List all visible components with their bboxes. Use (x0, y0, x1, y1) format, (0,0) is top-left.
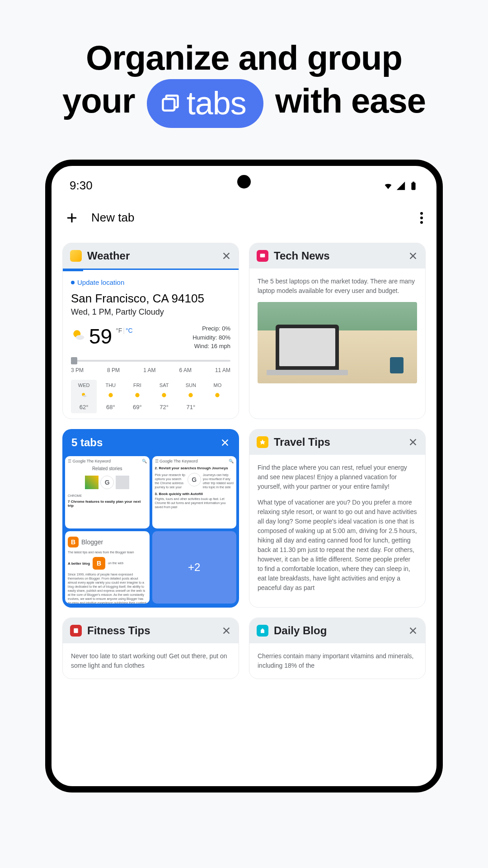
svg-point-11 (135, 393, 139, 397)
tech-favicon-icon (257, 250, 268, 262)
weather-favicon-icon (70, 250, 82, 262)
close-tab-button[interactable] (408, 437, 418, 447)
weather-details: Precip: 0% Humidity: 80% Wind: 16 mph (192, 324, 230, 351)
toolbar-title: New tab (91, 211, 134, 225)
svg-rect-0 (163, 99, 174, 111)
fitness-favicon-icon (70, 625, 82, 637)
svg-point-13 (189, 393, 193, 397)
tab-title: Weather (87, 250, 216, 262)
signal-icon (396, 181, 406, 191)
close-tab-button[interactable] (408, 626, 418, 636)
tab-title: Daily Blog (274, 624, 403, 637)
close-tab-button[interactable] (408, 251, 418, 261)
tab-travel-tips[interactable]: Travel Tips Find the place where you can… (249, 429, 426, 608)
laptop-image (258, 302, 417, 383)
unit-toggle[interactable]: °F|°C (116, 327, 133, 334)
tab-tech-news[interactable]: Tech News The 5 best laptops on the mark… (249, 243, 426, 419)
tabs-grid: Weather Update location San Francisco, C… (52, 236, 436, 686)
weather-subtitle: Wed, 1 PM, Partly Cloudy (71, 307, 230, 317)
new-tab-button[interactable] (65, 211, 79, 225)
pill-label: tabs (187, 83, 246, 123)
travel-p1: Find the place where you can rest, refue… (258, 463, 417, 491)
current-temp: 59 (89, 324, 112, 349)
tech-body-text: The 5 best laptops on the market today. … (258, 277, 417, 296)
tab-title: Tech News (274, 250, 403, 262)
update-location-link[interactable]: Update location (71, 278, 230, 286)
travel-favicon-icon (257, 436, 268, 448)
partly-cloudy-icon (71, 328, 85, 342)
tab-title: Travel Tips (274, 436, 403, 448)
svg-point-7 (76, 335, 84, 340)
hero-your: your (62, 81, 135, 120)
daily-body: Cherries contain many important vitamins… (249, 643, 425, 679)
wifi-icon (383, 181, 393, 191)
group-thumb[interactable]: ☰ Google The Keyword 🔍 2. Revisit your s… (152, 456, 237, 528)
group-thumb[interactable]: ☰ Google The Keyword 🔍 Related stories G… (65, 456, 150, 528)
phone-frame: 9:30 New tab Weather Update location San… (45, 160, 443, 793)
svg-rect-1 (411, 182, 415, 190)
close-tab-button[interactable] (221, 251, 231, 261)
group-overflow[interactable]: +2 (152, 531, 237, 604)
hero-line1: Organize and group (86, 38, 402, 77)
tabs-toolbar: New tab (52, 197, 436, 236)
forecast-row: WED62° THU68° FRI69° SAT72° SUN71° MO (71, 380, 230, 413)
svg-point-10 (108, 393, 113, 397)
svg-point-4 (420, 217, 423, 219)
tab-title: Fitness Tips (87, 624, 216, 637)
svg-point-5 (420, 221, 423, 224)
svg-rect-16 (74, 628, 78, 633)
svg-point-12 (162, 393, 166, 397)
close-tab-button[interactable] (221, 626, 231, 636)
svg-rect-2 (413, 181, 414, 183)
tabs-icon (160, 93, 180, 113)
tab-daily-blog[interactable]: Daily Blog Cherries contain many importa… (249, 618, 426, 679)
svg-rect-15 (260, 254, 265, 257)
travel-p2: What type of vacationer are you? Do you … (258, 498, 417, 593)
svg-point-9 (83, 395, 86, 397)
weather-city: San Francisco, CA 94105 (71, 292, 230, 306)
group-thumb[interactable]: BBlogger The latest tips and news from t… (65, 531, 150, 604)
fitness-body: Never too late to start working out! Get… (63, 643, 239, 679)
battery-icon (408, 181, 418, 191)
group-title: 5 tabs (71, 436, 103, 449)
overflow-menu-button[interactable] (420, 212, 423, 224)
daily-favicon-icon (257, 625, 268, 637)
svg-point-3 (420, 212, 423, 215)
camera-notch (237, 175, 251, 189)
tab-fitness-tips[interactable]: Fitness Tips Never too late to start wor… (62, 618, 239, 679)
tabs-pill: tabs (147, 79, 263, 128)
hero-ease: with ease (275, 81, 426, 120)
close-group-button[interactable] (220, 438, 230, 448)
hero-banner: Organize and group your tabs with ease (0, 0, 488, 151)
svg-point-14 (216, 393, 220, 397)
tab-group[interactable]: 5 tabs ☰ Google The Keyword 🔍 Related st… (62, 429, 239, 608)
tab-weather[interactable]: Weather Update location San Francisco, C… (62, 243, 239, 419)
hours-row: 3 PM8 PM1 AM6 AM11 AM (71, 367, 230, 373)
time-slider[interactable] (71, 360, 230, 362)
status-time: 9:30 (70, 179, 93, 193)
